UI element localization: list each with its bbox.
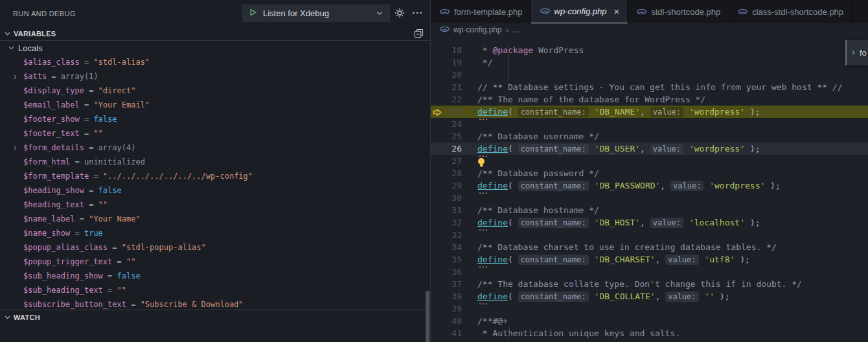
breakpoint-gutter[interactable]: 21: [431, 81, 462, 93]
breakpoint-gutter[interactable]: 38: [431, 290, 462, 302]
breadcrumb[interactable]: php wp-config.php › …: [431, 23, 868, 36]
code-line[interactable]: 22/** The name of the database for WordP…: [431, 93, 868, 106]
code-line[interactable]: 33: [431, 229, 868, 241]
breakpoint-gutter[interactable]: 22: [431, 93, 462, 106]
line-content[interactable]: /** Database password */: [462, 167, 868, 179]
variable-row[interactable]: $footer_text = "": [0, 126, 430, 141]
find-input-text[interactable]: fo: [860, 48, 867, 58]
variable-row[interactable]: $form_html = uninitialized: [0, 155, 430, 169]
variable-row[interactable]: $popup_alias_class = "stdl-popup-alias": [0, 240, 430, 255]
code-line[interactable]: 20: [431, 69, 868, 81]
code-line[interactable]: 37/** The database collate type. Don't c…: [431, 278, 868, 290]
variable-row[interactable]: $display_type = "direct": [0, 84, 430, 98]
chevron-right-icon[interactable]: [12, 144, 18, 154]
line-content[interactable]: define( constant_name: 'DB_NAME', value:…: [462, 106, 868, 118]
watch-section-header[interactable]: WATCH: [0, 310, 430, 324]
code-line[interactable]: 32define( constant_name: 'DB_HOST', valu…: [431, 216, 868, 229]
gear-icon[interactable]: [393, 6, 407, 20]
line-content[interactable]: define( constant_name: 'DB_COLLATE', val…: [462, 290, 868, 302]
code-line[interactable]: 18 * @package WordPress: [431, 44, 868, 56]
line-content[interactable]: /** Database username */: [462, 130, 868, 142]
breakpoint-gutter[interactable]: 18: [431, 44, 462, 56]
line-content[interactable]: */: [462, 56, 868, 69]
tab-wp-config-php[interactable]: phpwp-config.php×: [531, 0, 628, 23]
variable-row[interactable]: $sub_heading_show = false: [0, 269, 430, 283]
breakpoint-gutter[interactable]: 40: [431, 315, 462, 327]
line-content[interactable]: [462, 266, 868, 278]
line-content[interactable]: define( constant_name: 'DB_HOST', value:…: [462, 216, 868, 229]
code-line[interactable]: 36: [431, 266, 868, 278]
line-content[interactable]: [462, 302, 868, 315]
line-content[interactable]: [462, 192, 868, 204]
tab-stdl-shortcode-php[interactable]: phpstdl-shortcode.php: [628, 0, 729, 23]
breakpoint-gutter[interactable]: 37: [431, 278, 462, 290]
code-line[interactable]: 40/**#@+: [431, 315, 868, 327]
breakpoint-gutter[interactable]: 20: [431, 69, 462, 81]
variable-row[interactable]: $sub_heading_text = "": [0, 283, 430, 297]
collapse-all-icon[interactable]: [414, 28, 424, 41]
line-content[interactable]: * @package WordPress: [462, 44, 868, 56]
debug-config-dropdown[interactable]: Listen for Xdebug: [242, 5, 390, 22]
breakpoint-gutter[interactable]: 41: [431, 327, 462, 339]
line-content[interactable]: // ** Database settings - You can get th…: [462, 81, 868, 93]
code-line[interactable]: 26define( constant_name: 'DB_USER', valu…: [431, 142, 868, 155]
variable-row[interactable]: $heading_show = false: [0, 183, 430, 198]
code-area[interactable]: 18 * @package WordPress19 */2021// ** Da…: [431, 36, 868, 339]
scope-locals[interactable]: Locals: [0, 41, 430, 55]
variable-row[interactable]: $form_template = "../../../../../../../w…: [0, 169, 430, 183]
start-debug-icon[interactable]: [249, 8, 257, 19]
line-content[interactable]: define( constant_name: 'DB_PASSWORD', va…: [462, 179, 868, 192]
code-line[interactable]: 19 */: [431, 56, 868, 69]
line-content[interactable]: define( constant_name: 'DB_USER', value:…: [462, 142, 868, 155]
line-content[interactable]: /**#@+: [462, 315, 868, 327]
line-content[interactable]: /** The name of the database for WordPre…: [462, 93, 868, 106]
line-content[interactable]: * Authentication unique keys and salts.: [462, 327, 868, 339]
line-content[interactable]: [462, 69, 868, 81]
chevron-right-icon[interactable]: [850, 48, 856, 58]
line-content[interactable]: [462, 229, 868, 241]
variable-row[interactable]: $subscribe_button_text = "Subscribe & Do…: [0, 297, 430, 310]
code-line[interactable]: 30: [431, 192, 868, 204]
breadcrumb-file[interactable]: wp-config.php: [453, 25, 502, 34]
code-line[interactable]: 21// ** Database settings - You can get …: [431, 81, 868, 93]
variable-row[interactable]: $atts = array(1): [0, 69, 430, 84]
variable-row[interactable]: $name_show = true: [0, 226, 430, 240]
variable-row[interactable]: $name_label = "Your Name": [0, 212, 430, 226]
breakpoint-gutter[interactable]: 30: [431, 192, 462, 204]
variables-section-header[interactable]: VARIABLES: [0, 27, 430, 41]
code-line[interactable]: 28/** Database password */: [431, 167, 868, 179]
breakpoint-gutter[interactable]: 32: [431, 216, 462, 229]
variable-row[interactable]: $heading_text = "": [0, 198, 430, 212]
breakpoint-gutter[interactable]: 26: [431, 142, 462, 155]
line-content[interactable]: /** Database hostname */: [462, 204, 868, 216]
variable-row[interactable]: $alias_class = "stdl-alias": [0, 55, 430, 69]
line-content[interactable]: /** The database collate type. Don't cha…: [462, 278, 868, 290]
variable-row[interactable]: $form_details = array(4): [0, 141, 430, 155]
breakpoint-gutter[interactable]: 39: [431, 302, 462, 315]
code-line[interactable]: 34/** Database charset to use in creatin…: [431, 241, 868, 253]
code-line[interactable]: 23define( constant_name: 'DB_NAME', valu…: [431, 106, 868, 118]
tab-class-stdl-shortcode-php[interactable]: phpclass-stdl-shortcode.php: [729, 0, 852, 23]
variable-row[interactable]: $email_label = "Your Email": [0, 98, 430, 112]
breakpoint-gutter[interactable]: 31: [431, 204, 462, 216]
line-content[interactable]: [462, 118, 868, 130]
breakpoint-gutter[interactable]: 25: [431, 130, 462, 142]
find-widget[interactable]: fo: [845, 40, 868, 65]
sidebar-scrollbar[interactable]: [426, 291, 429, 342]
variable-row[interactable]: $footer_show = false: [0, 112, 430, 126]
close-icon[interactable]: ×: [613, 6, 619, 17]
breadcrumb-more[interactable]: …: [512, 25, 520, 34]
line-content[interactable]: /** Database charset to use in creating …: [462, 241, 868, 253]
breakpoint-gutter[interactable]: 28: [431, 167, 462, 179]
code-line[interactable]: 27: [431, 155, 868, 167]
breakpoint-gutter[interactable]: 36: [431, 266, 462, 278]
breakpoint-gutter[interactable]: 23: [431, 106, 462, 118]
tab-form-template-php[interactable]: phpform-template.php: [431, 0, 531, 23]
breakpoint-gutter[interactable]: 29: [431, 179, 462, 192]
code-line[interactable]: 38define( constant_name: 'DB_COLLATE', v…: [431, 290, 868, 302]
breakpoint-gutter[interactable]: 19: [431, 56, 462, 69]
code-line[interactable]: 29define( constant_name: 'DB_PASSWORD', …: [431, 179, 868, 192]
breakpoint-gutter[interactable]: 27: [431, 155, 462, 167]
variable-row[interactable]: $popup_trigger_text = "": [0, 255, 430, 269]
code-line[interactable]: 31/** Database hostname */: [431, 204, 868, 216]
